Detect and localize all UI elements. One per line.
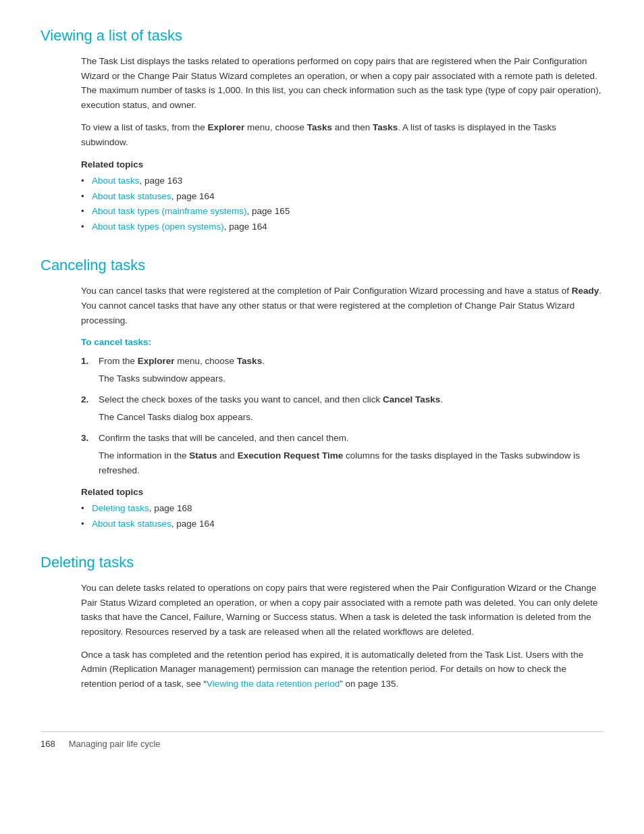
step-3-sub: The information in the Status and Execut…	[99, 448, 603, 477]
related-topic-suffix: , page 164	[171, 191, 215, 201]
related-topic-item: About task statuses, page 164	[81, 517, 603, 532]
section-content-viewing: The Task List displays the tasks related…	[81, 54, 603, 235]
related-topic-item: About tasks, page 163	[81, 174, 603, 189]
cancel-step-3: 3. Confirm the tasks that will be cancel…	[81, 431, 603, 446]
link-deleting-tasks[interactable]: Deleting tasks	[92, 503, 149, 513]
para-deleting-2: Once a task has completed and the retent…	[81, 648, 603, 692]
cancel-steps-list: 1. From the Explorer menu, choose Tasks.…	[81, 354, 603, 477]
section-deleting-tasks: Deleting tasks You can delete tasks rela…	[41, 554, 603, 691]
related-topic-item: About task statuses, page 164	[81, 189, 603, 205]
footer-text: Managing pair life cycle	[69, 739, 161, 749]
related-topic-item: About task types (mainframe systems), pa…	[81, 204, 603, 219]
para-viewing-2-intro: To view a list of tasks, from the	[81, 122, 208, 132]
step-num-2: 2.	[81, 392, 96, 407]
related-topic-suffix: , page 163	[140, 176, 183, 186]
page-footer: 168 Managing pair life cycle	[41, 731, 603, 749]
cancel-step-2: 2. Select the check boxes of the tasks y…	[81, 392, 603, 407]
link-about-tasks[interactable]: About tasks	[92, 176, 140, 186]
related-topic-suffix: , page 168	[149, 503, 192, 513]
para-canceling-1: You can cancel tasks that were registere…	[81, 284, 603, 328]
to-cancel-label: To cancel tasks:	[81, 337, 603, 347]
step-1-content: From the Explorer menu, choose Tasks.	[99, 354, 265, 369]
section-content-canceling: You can cancel tasks that were registere…	[81, 284, 603, 532]
para-canceling-1-part1: You can cancel tasks that were registere…	[81, 286, 572, 296]
link-about-task-types-open[interactable]: About task types (open systems)	[92, 221, 224, 232]
bold-tasks-2: Tasks	[373, 122, 398, 132]
link-viewing-data-retention[interactable]: Viewing the data retention period	[207, 679, 340, 689]
step-3-content: Confirm the tasks that will be canceled,…	[99, 431, 349, 446]
related-topics-label-1: Related topics	[81, 159, 603, 170]
related-topics-list-1: About tasks, page 163 About task statuse…	[81, 174, 603, 236]
bold-tasks-1: Tasks	[307, 122, 332, 132]
section-title-canceling: Canceling tasks	[41, 257, 603, 274]
para-deleting-1-text: You can delete tasks related to operatio…	[81, 583, 597, 637]
bold-ready: Ready	[572, 286, 599, 296]
related-topic-item: Deleting tasks, page 168	[81, 501, 603, 517]
link-about-task-statuses-1[interactable]: About task statuses	[92, 191, 171, 201]
para-deleting-1: You can delete tasks related to operatio…	[81, 581, 603, 639]
link-about-task-types-mainframe[interactable]: About task types (mainframe systems)	[92, 206, 247, 216]
bold-explorer-2: Explorer	[138, 356, 175, 366]
section-title-viewing: Viewing a list of tasks	[41, 27, 603, 45]
bold-cancel-tasks: Cancel Tasks	[383, 394, 440, 405]
bold-explorer-1: Explorer	[208, 122, 245, 132]
bold-status: Status	[189, 450, 217, 461]
related-topics-label-2: Related topics	[81, 487, 603, 497]
related-topic-suffix: , page 164	[224, 221, 267, 232]
section-canceling-tasks: Canceling tasks You can cancel tasks tha…	[41, 257, 603, 532]
related-topic-suffix: , page 165	[247, 206, 290, 216]
section-content-deleting: You can delete tasks related to operatio…	[81, 581, 603, 691]
step-1-sub: The Tasks subwindow appears.	[99, 371, 603, 386]
para-deleting-2-after: ” on page 135.	[340, 679, 398, 689]
related-topics-list-2: Deleting tasks, page 168 About task stat…	[81, 501, 603, 532]
related-topic-suffix: , page 164	[171, 519, 215, 529]
step-num-3: 3.	[81, 431, 96, 446]
cancel-step-1: 1. From the Explorer menu, choose Tasks.	[81, 354, 603, 369]
step-2-sub: The Cancel Tasks dialog box appears.	[99, 410, 603, 425]
footer-page-number: 168	[41, 739, 55, 749]
bold-execution-request-time: Execution Request Time	[238, 450, 344, 461]
step-2-content: Select the check boxes of the tasks you …	[99, 392, 443, 407]
section-title-deleting: Deleting tasks	[41, 554, 603, 571]
bold-tasks-3: Tasks	[237, 356, 262, 366]
para-viewing-1: The Task List displays the tasks related…	[81, 54, 603, 112]
related-topic-item: About task types (open systems), page 16…	[81, 219, 603, 235]
para-viewing-2-mid2: and then	[332, 122, 373, 132]
link-about-task-statuses-2[interactable]: About task statuses	[92, 519, 171, 529]
para-viewing-2-mid1: menu, choose	[244, 122, 306, 132]
para-viewing-2: To view a list of tasks, from the Explor…	[81, 120, 603, 149]
para-viewing-1-text: The Task List displays the tasks related…	[81, 56, 601, 110]
step-num-1: 1.	[81, 354, 96, 369]
section-viewing-list: Viewing a list of tasks The Task List di…	[41, 27, 603, 235]
page-content: Viewing a list of tasks The Task List di…	[0, 0, 644, 789]
